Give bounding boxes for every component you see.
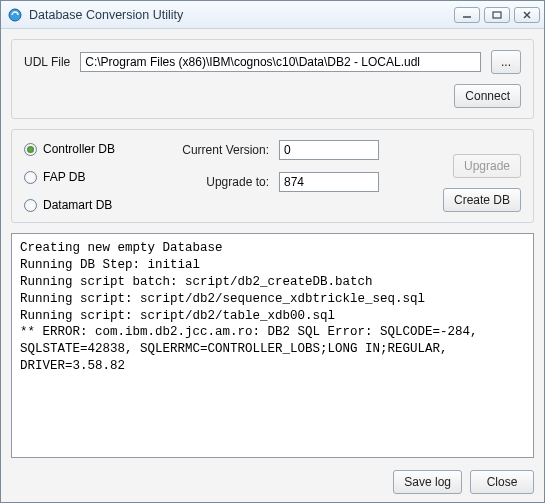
version-column: Current Version: Upgrade to: bbox=[174, 140, 379, 212]
close-dialog-button[interactable]: Close bbox=[470, 470, 534, 494]
svg-point-0 bbox=[9, 9, 21, 21]
udl-panel: UDL File ... Connect bbox=[11, 39, 534, 119]
radio-icon bbox=[24, 171, 37, 184]
db-panel: Controller DB FAP DB Datamart DB Current… bbox=[11, 129, 534, 223]
udl-row: UDL File ... bbox=[24, 50, 521, 74]
upgrade-to-label: Upgrade to: bbox=[174, 175, 269, 189]
current-version-row: Current Version: bbox=[174, 140, 379, 160]
udl-file-input[interactable] bbox=[80, 52, 481, 72]
bottom-buttons: Save log Close bbox=[11, 468, 534, 494]
radio-label: Controller DB bbox=[43, 142, 115, 156]
app-icon bbox=[7, 7, 23, 23]
window-title: Database Conversion Utility bbox=[29, 8, 454, 22]
content-area: UDL File ... Connect Controller DB FAP D… bbox=[1, 29, 544, 502]
titlebar: Database Conversion Utility bbox=[1, 1, 544, 29]
save-log-button[interactable]: Save log bbox=[393, 470, 462, 494]
db-radio-group: Controller DB FAP DB Datamart DB bbox=[24, 140, 154, 212]
upgrade-button: Upgrade bbox=[453, 154, 521, 178]
svg-rect-2 bbox=[493, 12, 501, 18]
radio-datamart-db[interactable]: Datamart DB bbox=[24, 198, 154, 212]
current-version-label: Current Version: bbox=[174, 143, 269, 157]
radio-label: FAP DB bbox=[43, 170, 85, 184]
close-button[interactable] bbox=[514, 7, 540, 23]
upgrade-to-input[interactable] bbox=[279, 172, 379, 192]
maximize-button[interactable] bbox=[484, 7, 510, 23]
app-window: Database Conversion Utility UDL File ...… bbox=[0, 0, 545, 503]
browse-button[interactable]: ... bbox=[491, 50, 521, 74]
connect-row: Connect bbox=[24, 84, 521, 108]
window-controls bbox=[454, 7, 540, 23]
connect-button[interactable]: Connect bbox=[454, 84, 521, 108]
current-version-input[interactable] bbox=[279, 140, 379, 160]
radio-controller-db[interactable]: Controller DB bbox=[24, 142, 154, 156]
udl-file-label: UDL File bbox=[24, 55, 70, 69]
radio-icon bbox=[24, 143, 37, 156]
radio-label: Datamart DB bbox=[43, 198, 112, 212]
minimize-button[interactable] bbox=[454, 7, 480, 23]
radio-icon bbox=[24, 199, 37, 212]
upgrade-to-row: Upgrade to: bbox=[174, 172, 379, 192]
radio-fap-db[interactable]: FAP DB bbox=[24, 170, 154, 184]
create-db-button[interactable]: Create DB bbox=[443, 188, 521, 212]
db-buttons-column: Upgrade Create DB bbox=[399, 140, 521, 212]
db-panel-grid: Controller DB FAP DB Datamart DB Current… bbox=[24, 140, 521, 212]
log-output[interactable]: Creating new empty Database Running DB S… bbox=[11, 233, 534, 458]
